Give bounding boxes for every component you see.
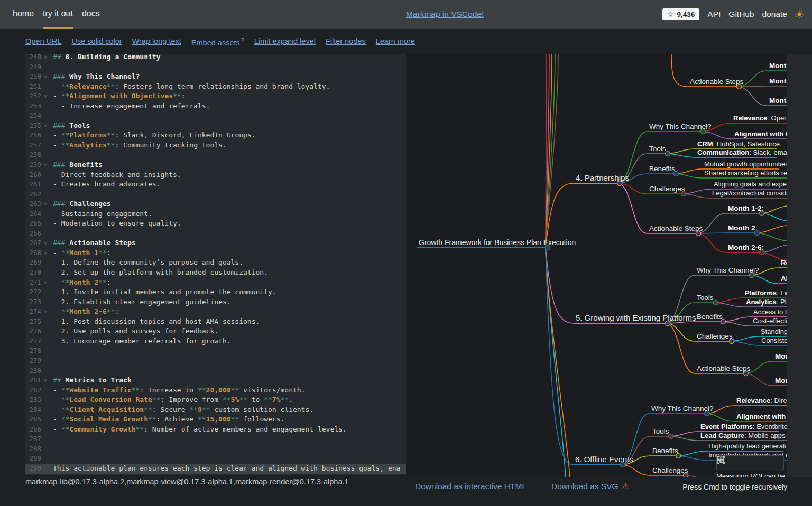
learn-more-link[interactable]: Learn more <box>376 37 415 45</box>
editor-line[interactable]: 274∨- **Month 2-6**: <box>25 307 406 317</box>
mindmap-node-label[interactable]: Growth Framework for Business Plan Execu… <box>419 238 576 247</box>
editor-line[interactable]: 261- Creates brand advocates. <box>25 180 406 190</box>
mindmap-node-label[interactable]: Shared marketing efforts reduce <box>704 169 787 177</box>
limit-expand-level-link[interactable]: Limit expand level <box>254 37 316 45</box>
mindmap-node-label[interactable]: Month <box>769 97 787 105</box>
editor-line[interactable]: 276 2. Use polls and surveys for feedbac… <box>25 326 406 336</box>
mindmap-node-label[interactable]: Why This Channel? <box>649 123 712 130</box>
mindmap-node-circle[interactable] <box>666 152 670 156</box>
mindmap-node-label[interactable]: Actionable Steps <box>690 78 744 86</box>
editor-line[interactable]: 280 <box>25 366 406 376</box>
editor-line[interactable]: 263∨### Challenges <box>25 199 406 209</box>
editor-line[interactable]: 289 <box>25 454 406 464</box>
mindmap-node-label[interactable]: High-quality lead generation. <box>708 442 787 450</box>
mindmap-node-label[interactable]: Benefits <box>649 165 675 173</box>
mindmap-node-label[interactable]: Re <box>781 259 787 267</box>
mindmap-node-label[interactable]: Benefits <box>697 313 723 321</box>
mindmap-node-label[interactable]: 6. Offline Events <box>575 455 633 464</box>
editor-line[interactable]: 279--- <box>25 356 406 366</box>
markmap-logo-icon[interactable] <box>758 459 767 468</box>
mindmap-node-label[interactable]: Measuring ROI can be com <box>716 472 787 477</box>
fit-window-icon[interactable] <box>746 459 755 468</box>
editor-line[interactable]: 282- **Website Traffic**: Increase to **… <box>25 386 406 396</box>
editor-line[interactable]: 258 <box>25 150 406 160</box>
nav-item-home[interactable]: home <box>13 0 34 29</box>
mindmap-node-circle[interactable] <box>669 434 673 439</box>
mindmap-node-label[interactable]: Month 2-6: <box>728 243 764 251</box>
editor-line[interactable]: 290This actionable plan ensures each ste… <box>25 464 406 474</box>
nav-link-donate[interactable]: donate <box>762 10 787 19</box>
mindmap-node-label[interactable]: Actionable Steps <box>649 224 703 232</box>
editor-line[interactable]: 254 <box>25 111 406 121</box>
fold-arrow-icon[interactable]: ∨ <box>41 91 50 101</box>
mindmap-node-label[interactable]: Consisten <box>761 336 787 344</box>
zoom-out-icon[interactable] <box>734 459 743 468</box>
open-url-link[interactable]: Open URL <box>25 37 62 45</box>
mindmap-node-label[interactable]: Alignment with Ob <box>736 413 787 420</box>
fold-arrow-icon[interactable]: ∨ <box>41 199 50 209</box>
mindmap-node-label[interactable]: 4. Partnerships <box>576 173 629 182</box>
mindmap-node-label[interactable]: Mutual growth opportunities. <box>704 160 787 168</box>
mindmap-node-label[interactable]: Challenges <box>649 185 685 193</box>
fold-arrow-icon[interactable]: ∨ <box>41 278 50 288</box>
editor-line[interactable]: 288--- <box>25 444 406 454</box>
editor-line[interactable]: 253 - Increase engagement and referrals. <box>25 101 406 111</box>
mindmap-node-label[interactable]: Tools <box>697 294 714 302</box>
mindmap-node-circle[interactable] <box>714 301 718 305</box>
mindmap-node-label[interactable]: Month <box>769 77 787 85</box>
mindmap-node-label[interactable]: Standing o <box>761 327 787 335</box>
editor-line[interactable]: 286- **Community Growth**: Number of act… <box>25 425 406 435</box>
mindmap-node-label[interactable]: Why This Channel? <box>651 405 714 413</box>
fold-arrow-icon[interactable]: ∨ <box>41 248 50 258</box>
mindmap-node-label[interactable]: CRM: HubSpot, Salesforce. <box>697 140 782 148</box>
nav-item-try-it-out[interactable]: try it out <box>43 0 73 29</box>
markmap-vscode-link[interactable]: Markmap in VSCode! <box>406 0 484 29</box>
code-editor[interactable]: 248∨## 8. Building a Community249250∨###… <box>25 54 406 475</box>
mindmap-node-label[interactable]: Mon <box>775 352 787 360</box>
mindmap-node-label[interactable]: Benefits <box>652 447 678 455</box>
mindmap-node-label[interactable]: Alignment with Obje <box>734 130 787 138</box>
mindmap-node-label[interactable]: Challenges <box>652 466 688 474</box>
editor-line[interactable]: 256- **Platforms**: Slack, Discord, Link… <box>25 130 406 140</box>
editor-line[interactable]: 259∨### Benefits <box>25 160 406 170</box>
fold-arrow-icon[interactable]: ∨ <box>41 238 50 248</box>
editor-line[interactable]: 272 1. Invite initial members and promot… <box>25 287 406 297</box>
mindmap-node-label[interactable]: Legal/contractual considerati <box>712 189 787 197</box>
mindmap-node-label[interactable]: Relevance: Opens a <box>733 114 787 122</box>
editor-line[interactable]: 257- **Analytics**: Community tracking t… <box>25 140 406 151</box>
editor-line[interactable]: 273 2. Establish clear engagement guidel… <box>25 297 406 307</box>
sun-icon[interactable] <box>795 10 804 18</box>
editor-line[interactable]: 271∨- **Month 2**: <box>25 278 406 288</box>
filter-nodes-link[interactable]: Filter nodes <box>326 37 366 45</box>
mindmap-node-label[interactable]: Platforms: Linke <box>745 289 787 297</box>
editor-line[interactable]: 265- Moderation to ensure quality. <box>25 219 406 229</box>
mindmap-node-label[interactable]: Mon <box>775 377 787 385</box>
mindmap-node-label[interactable]: Al <box>781 275 787 283</box>
editor-line[interactable]: 270 2. Set up the platform with branded … <box>25 268 406 278</box>
editor-line[interactable]: 252∨- **Alignment with Objectives**: <box>25 91 406 101</box>
mindmap-node-label[interactable]: Month 2: <box>728 224 758 232</box>
mindmap-node-label[interactable]: Communication: Slack, email. <box>697 148 787 156</box>
editor-line[interactable]: 251- **Relevance**: Fosters long-term re… <box>25 82 406 92</box>
editor-line[interactable]: 250∨### Why This Channel? <box>25 72 406 82</box>
mindmap-node-label[interactable]: Why This Channel? <box>697 266 759 274</box>
fullscreen-icon[interactable] <box>770 459 779 468</box>
mindmap-node-label[interactable]: Tools <box>652 427 669 435</box>
editor-line[interactable]: 281∨## Metrics to Track <box>25 376 406 386</box>
nav-item-docs[interactable]: docs <box>82 0 100 29</box>
mindmap-panel[interactable]: Growth Framework for Business Plan Execu… <box>407 54 787 477</box>
editor-line[interactable]: 260- Direct feedback and insights. <box>25 170 406 180</box>
mindmap-node-label[interactable]: Tools <box>649 145 666 153</box>
editor-line[interactable]: 284- **Client Acquisition**: Secure **8*… <box>25 405 406 415</box>
fold-arrow-icon[interactable]: ∨ <box>41 121 50 131</box>
download-html-link[interactable]: Download as interactive HTML <box>415 482 527 491</box>
editor-line[interactable]: 267∨### Actionable Steps <box>25 238 406 248</box>
editor-line[interactable]: 278 <box>25 346 406 356</box>
editor-line[interactable]: 285- **Social Media Growth**: Achieve **… <box>25 415 406 425</box>
mindmap-node-label[interactable]: Lead Capture: Mobile apps for sc <box>700 432 787 439</box>
editor-line[interactable]: 266 <box>25 229 406 239</box>
github-star-badge[interactable]: ☆ 9,436 <box>662 8 699 20</box>
mindmap-node-label[interactable]: 5. Growing with Existing Platforms <box>576 313 696 322</box>
mindmap-node-label[interactable]: Challenges <box>697 332 733 340</box>
fold-arrow-icon[interactable]: ∨ <box>41 72 50 82</box>
